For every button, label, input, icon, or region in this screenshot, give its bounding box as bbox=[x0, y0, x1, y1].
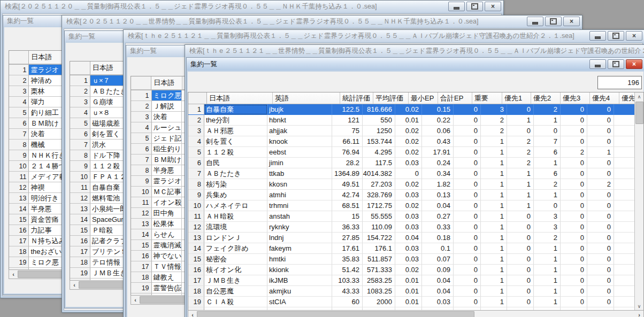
cell-value[interactable]: 0.03 bbox=[395, 158, 422, 168]
cell-value[interactable]: 0 bbox=[507, 275, 534, 286]
cell-value[interactable]: 43.33 bbox=[332, 286, 363, 297]
cell-value[interactable]: 0 bbox=[507, 222, 534, 233]
cell-value[interactable]: 0.01 bbox=[395, 286, 422, 297]
cell-value[interactable]: 2 bbox=[507, 147, 534, 158]
cell-value[interactable]: 0.13 bbox=[422, 190, 454, 200]
table-row[interactable]: 18自公悪魔akmjku43.331083.250.010.04010100 bbox=[188, 286, 643, 297]
cell-value[interactable]: 35.83 bbox=[332, 254, 363, 265]
cell-text[interactable]: 秘密会 bbox=[204, 254, 267, 265]
cell-value[interactable]: 0 bbox=[587, 190, 614, 200]
minimize-button[interactable] bbox=[589, 59, 606, 69]
cell-value[interactable]: 36.33 bbox=[332, 222, 363, 233]
cell-text[interactable]: ahjjak bbox=[267, 126, 332, 136]
cell-value[interactable]: 0 bbox=[454, 136, 481, 147]
cell-value[interactable]: 1 bbox=[481, 222, 507, 233]
row-label[interactable]: 稲生釣り bbox=[152, 144, 182, 154]
scroll-up-icon[interactable]: ∧ bbox=[635, 92, 643, 101]
cell-value[interactable]: 0 bbox=[454, 115, 481, 126]
cell-value[interactable]: 1 bbox=[481, 179, 507, 190]
cell-text[interactable]: 兵集め bbox=[204, 190, 267, 200]
cell-value[interactable]: 0 bbox=[395, 168, 422, 179]
cell-value[interactable]: 0 bbox=[454, 286, 481, 297]
cell-value[interactable]: 60 bbox=[332, 297, 363, 307]
table-row[interactable]: 9兵集めatmhi42.74328.7690.030.13011100 bbox=[188, 190, 643, 200]
cell-value[interactable]: 51.42 bbox=[332, 265, 363, 275]
table-row[interactable]: 3ＡＨ邪悪ahjjak7512500.020.06020000 bbox=[188, 126, 643, 136]
cell-value[interactable]: 0 bbox=[561, 136, 587, 147]
cell-value[interactable]: 2000 bbox=[363, 297, 395, 307]
cell-value[interactable]: 0 bbox=[507, 104, 534, 115]
cell-text[interactable]: 自公悪魔 bbox=[204, 286, 267, 297]
cell-value[interactable]: 1 bbox=[481, 286, 507, 297]
row-number-header[interactable] bbox=[131, 76, 151, 90]
cell-value[interactable]: 2 bbox=[587, 179, 614, 190]
cell-value[interactable]: 0 bbox=[454, 254, 481, 265]
cell-value[interactable]: 0 bbox=[507, 233, 534, 243]
cell-value[interactable]: 0 bbox=[587, 286, 614, 297]
cell-value[interactable]: 0 bbox=[454, 104, 481, 115]
child-window-titlebar[interactable]: 集約一覧 × bbox=[187, 58, 644, 71]
row-label[interactable]: 霊警告(記 bbox=[152, 283, 182, 293]
cell-value[interactable]: 2 bbox=[534, 179, 561, 190]
horizontal-scrollbar[interactable]: ‹ › bbox=[188, 310, 644, 317]
maximize-button[interactable] bbox=[466, 2, 483, 11]
cell-value[interactable]: 4014.382 bbox=[363, 168, 395, 179]
cell-text[interactable]: ttkab bbox=[267, 168, 332, 179]
row-label[interactable]: ＴＶ情報 bbox=[152, 261, 182, 272]
cell-value[interactable]: 1 bbox=[481, 275, 507, 286]
cell-value[interactable]: 17.61 bbox=[332, 243, 363, 254]
cell-value[interactable]: 0.02 bbox=[395, 147, 422, 158]
close-button[interactable]: × bbox=[626, 31, 642, 41]
cell-value[interactable]: 1 bbox=[481, 168, 507, 179]
scroll-right-icon[interactable]: › bbox=[635, 311, 643, 317]
row-label[interactable]: 霊魂消滅 bbox=[152, 240, 182, 251]
cell-value[interactable]: 0 bbox=[454, 233, 481, 243]
cell-value[interactable]: 328.769 bbox=[363, 190, 395, 200]
cell-value[interactable]: 0 bbox=[561, 104, 587, 115]
cell-value[interactable]: 1 bbox=[481, 233, 507, 243]
column-header[interactable]: 日本語 bbox=[207, 92, 273, 104]
cell-text[interactable]: fakeym bbox=[267, 243, 332, 254]
cell-value[interactable]: 0 bbox=[507, 211, 534, 222]
row-label[interactable]: 神でない bbox=[152, 251, 182, 261]
cell-value[interactable]: 550 bbox=[363, 115, 395, 126]
cell-value[interactable]: 0 bbox=[587, 222, 614, 233]
minimize-button[interactable] bbox=[527, 17, 543, 26]
window-titlebar[interactable]: 検索[２０２５１１２０＿＿世界情勢＿＿質量制御再現公表１．５＿＿ジェド霊界ラジオ… bbox=[62, 16, 582, 27]
cell-text[interactable]: jimin bbox=[267, 158, 332, 168]
cell-value[interactable]: 4.295 bbox=[363, 147, 395, 158]
cell-value[interactable]: 0 bbox=[587, 211, 614, 222]
cell-value[interactable]: 0 bbox=[454, 190, 481, 200]
cell-value[interactable]: 2583.25 bbox=[363, 275, 395, 286]
cell-value[interactable]: 117.5 bbox=[363, 158, 395, 168]
cell-value[interactable]: 75 bbox=[332, 126, 363, 136]
cell-value[interactable]: 571.333 bbox=[363, 265, 395, 275]
cell-value[interactable]: 0.27 bbox=[422, 211, 454, 222]
close-button[interactable]: × bbox=[563, 17, 580, 26]
cell-value[interactable]: 15 bbox=[332, 211, 363, 222]
cell-value[interactable]: 0.09 bbox=[422, 265, 454, 275]
cell-value[interactable]: 0 bbox=[561, 243, 587, 254]
cell-value[interactable]: 0.02 bbox=[395, 104, 422, 115]
cell-value[interactable]: 0.18 bbox=[422, 233, 454, 243]
cell-value[interactable]: 0.24 bbox=[422, 158, 454, 168]
cell-value[interactable]: 0.03 bbox=[395, 211, 422, 222]
cell-value[interactable]: 0 bbox=[561, 286, 587, 297]
table-row[interactable]: 7ＡＢたたきttkab1364.894014.38200.34011600 bbox=[188, 168, 643, 179]
cell-text[interactable]: atmhi bbox=[267, 190, 332, 200]
maximize-button[interactable] bbox=[608, 31, 624, 41]
cell-value[interactable]: 1 bbox=[534, 286, 561, 297]
cell-value[interactable]: 0 bbox=[587, 115, 614, 126]
cell-value[interactable]: 0 bbox=[507, 254, 534, 265]
cell-value[interactable]: 0.01 bbox=[395, 115, 422, 126]
cell-value[interactable]: 1 bbox=[534, 115, 561, 126]
cell-value[interactable]: 2 bbox=[507, 136, 534, 147]
cell-value[interactable]: 1 bbox=[481, 147, 507, 158]
row-label[interactable]: 松果体 bbox=[152, 219, 182, 229]
cell-value[interactable]: 0 bbox=[454, 168, 481, 179]
cell-value[interactable]: 0.06 bbox=[422, 126, 454, 136]
cell-value[interactable]: 1 bbox=[481, 200, 507, 211]
cell-value[interactable]: 0 bbox=[587, 136, 614, 147]
column-header[interactable]: 優先2 bbox=[531, 92, 561, 104]
cell-value[interactable]: 176.1 bbox=[363, 243, 395, 254]
